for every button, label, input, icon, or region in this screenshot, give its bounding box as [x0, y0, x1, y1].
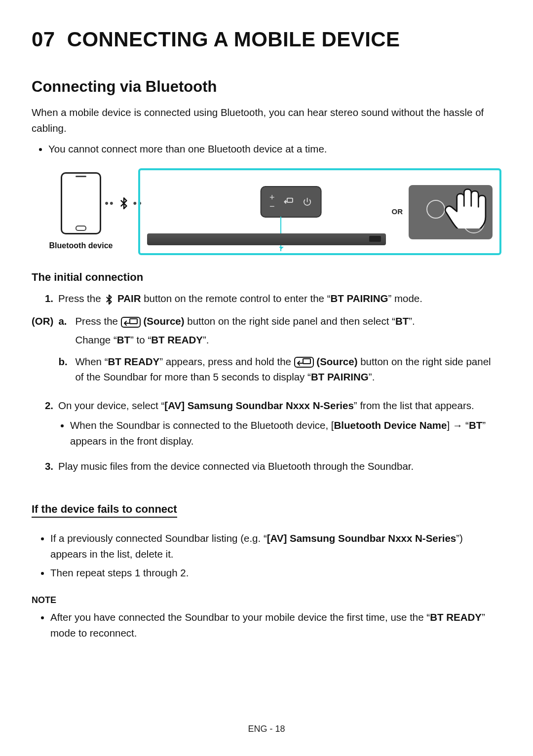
text: When the Soundbar is connected to the Bl…	[70, 419, 334, 431]
top-bullet-item: You cannot connect more than one Bluetoo…	[48, 141, 501, 157]
bt-ready-label: BT READY	[151, 334, 203, 345]
step-1: 1. Press the PAIR button on the remote c…	[32, 291, 501, 306]
source-label: (Source)	[141, 315, 185, 327]
bluetooth-device-caption: Bluetooth device	[49, 241, 113, 250]
pair-label: PAIR	[114, 293, 141, 304]
bt-pairing-label: BT PAIRING	[311, 371, 369, 382]
bt-ready-label: BT READY	[430, 611, 482, 623]
text: ”.	[409, 315, 415, 327]
page-footer: ENG - 18	[0, 724, 533, 734]
text: Change “	[75, 334, 116, 345]
text: ”.	[203, 334, 209, 345]
source-label: (Source)	[314, 356, 358, 367]
fails-heading: If the device fails to connect	[32, 503, 177, 518]
bt-label: BT	[395, 315, 409, 327]
fails-bullet-2: Then repeat steps 1 through 2.	[50, 565, 501, 581]
text: When “	[75, 356, 108, 367]
intro-paragraph: When a mobile device is connected using …	[32, 105, 501, 136]
bt-device-name-label: Bluetooth Device Name	[334, 419, 447, 431]
bt-pairing-label: BT PAIRING	[331, 293, 388, 304]
source-icon	[121, 317, 141, 328]
svg-rect-1	[130, 319, 137, 324]
text: ” to “	[130, 334, 151, 345]
text: ” mode.	[388, 293, 422, 304]
figure-row: •• •• Bluetooth device +− OR	[32, 168, 501, 255]
svg-rect-0	[287, 198, 293, 202]
svg-rect-2	[303, 359, 310, 364]
device-name-label: [AV] Samsung Soundbar Nxxx N-Series	[164, 400, 354, 411]
note-bullet-1: After you have connected the Soundbar to…	[50, 609, 501, 641]
bt-ready-label: BT READY	[108, 356, 159, 367]
text: After you have connected the Soundbar to…	[50, 611, 430, 623]
note-heading: NOTE	[32, 595, 501, 605]
soundbar-icon	[147, 233, 386, 245]
text: ] → “	[447, 419, 468, 431]
top-bullet-list: You cannot connect more than one Bluetoo…	[32, 141, 501, 157]
bluetooth-icon	[104, 294, 114, 305]
device-name-label: [AV] Samsung Soundbar Nxxx N-Series	[267, 532, 457, 544]
hand-icon	[443, 179, 497, 228]
subsection-title: Connecting via Bluetooth	[32, 78, 501, 96]
text: button on the right side panel and then …	[185, 315, 395, 327]
bt-label: BT	[117, 334, 130, 345]
phone-icon	[61, 172, 101, 234]
initial-connection-heading: The initial connection	[32, 271, 501, 284]
figure-hand-touch	[409, 177, 493, 245]
text: button on the remote control to enter th…	[141, 293, 330, 304]
bt-label: BT	[469, 419, 482, 431]
bluetooth-transmit-icon: •• ••	[105, 197, 143, 210]
text: Press the	[75, 315, 120, 327]
substep-b: b. When “BT READY” appears, press and ho…	[58, 354, 501, 385]
fails-bullet-1: If a previously connected Soundbar listi…	[50, 530, 501, 562]
text: If a previously connected Soundbar listi…	[50, 532, 267, 544]
step-2: 2. On your device, select “[AV] Samsung …	[32, 398, 501, 452]
text: Press the	[58, 293, 104, 304]
text: ”.	[369, 371, 375, 382]
text: On your device, select “	[58, 400, 164, 411]
section-title: 07CONNECTING A MOBILE DEVICE	[32, 28, 501, 51]
text: ” appears, press and hold the	[159, 356, 294, 367]
or-marker: (OR)	[32, 313, 58, 329]
side-panel-callout: +−	[260, 186, 321, 218]
section-title-text: CONNECTING A MOBILE DEVICE	[67, 28, 400, 51]
step-2-bullet: When the Soundbar is connected to the Bl…	[70, 417, 501, 449]
figure-bluetooth-device: •• •• Bluetooth device	[32, 168, 130, 255]
text: Play music files from the device connect…	[58, 458, 501, 474]
or-label: OR	[392, 207, 403, 216]
section-number: 07	[32, 28, 55, 51]
step-3: 3. Play music files from the device conn…	[32, 458, 501, 474]
substep-a: a. Press the (Source) button on the righ…	[58, 313, 501, 348]
step-or: (OR) a. Press the (Source) button on the…	[32, 313, 501, 391]
source-icon	[294, 357, 314, 368]
text: ” from the list that appears.	[354, 400, 474, 411]
figure-soundbar-panel: +− OR	[138, 168, 501, 255]
